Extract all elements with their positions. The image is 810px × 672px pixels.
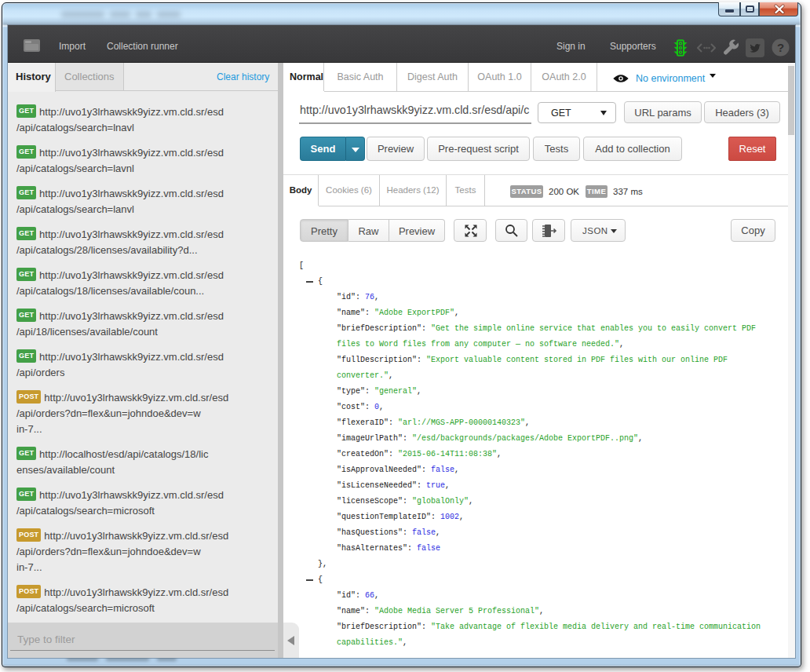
svg-text:?: ? xyxy=(777,41,784,54)
